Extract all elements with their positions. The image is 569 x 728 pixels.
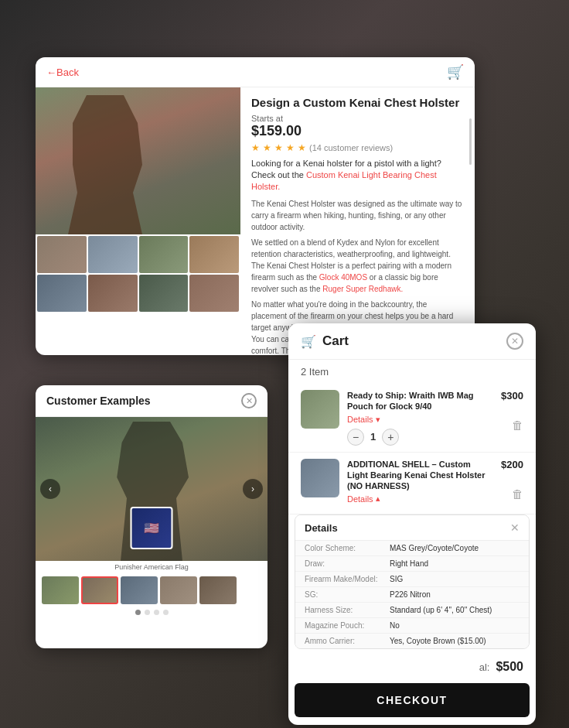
thumb-5[interactable] <box>37 275 87 312</box>
item-2-details-label: Details <box>347 494 373 504</box>
cart-item-1: Ready to Ship: Wraith IWB Mag Pouch for … <box>288 384 536 453</box>
next-example-button[interactable]: › <box>243 479 263 499</box>
details-popup-header: Details ✕ <box>295 515 529 541</box>
item-1-price: $300 <box>501 390 523 402</box>
item-1-qty-row: − 1 + <box>347 429 493 446</box>
detail-val-ammo: Yes, Coyote Brown ($15.00) <box>390 637 520 645</box>
thumbnail-grid <box>36 234 240 313</box>
detail-key-ammo: Ammo Carrier: <box>305 637 390 645</box>
product-info: Design a Custom Kenai Chest Holster Star… <box>240 87 475 355</box>
detail-row-firearm: Firearm Make/Model: SIG <box>295 572 529 587</box>
product-header: ← Back 🛒 <box>36 57 475 87</box>
detail-val-firearm: SIG <box>390 575 520 583</box>
scroll-bar <box>469 118 472 165</box>
dot-4[interactable] <box>163 610 169 615</box>
thumb-3[interactable] <box>139 236 189 273</box>
thumb-7[interactable] <box>139 275 189 312</box>
product-price: $159.00 <box>251 123 464 139</box>
item-2-price: $200 <box>501 459 523 470</box>
ruger-link[interactable]: Ruger Super Redhawk. <box>322 285 403 293</box>
patch-label: Punisher American Flag <box>36 561 267 573</box>
item-2-details: ADDITIONAL SHELL – Custom Light Bearing … <box>347 459 493 508</box>
detail-row-ammo: Ammo Carrier: Yes, Coyote Brown ($15.00) <box>295 634 529 648</box>
back-arrow-icon: ← <box>46 67 56 78</box>
details-popup: Details ✕ Color Scheme: MAS Grey/Coyote/… <box>295 514 530 649</box>
cart-icon: 🛒 <box>301 334 316 349</box>
main-example-image: ‹ › <box>36 417 267 561</box>
product-desc1: The Kenai Chest Holster was designed as … <box>251 198 464 233</box>
total-amount: $500 <box>496 660 523 674</box>
detail-key-color: Color Scheme: <box>305 544 390 552</box>
examples-close-button[interactable]: ✕ <box>241 393 257 408</box>
detail-row-sg: SG: P226 Nitron <box>295 587 529 603</box>
cart-item-count: 2 Item <box>288 360 536 384</box>
thumb-4[interactable] <box>189 236 239 273</box>
review-count[interactable]: (14 customer reviews) <box>309 143 393 152</box>
item-1-details: Ready to Ship: Wraith IWB Mag Pouch for … <box>347 390 493 446</box>
cart-header-icon[interactable]: 🛒 <box>447 63 464 80</box>
item-2-details-link[interactable]: Details ▴ <box>347 494 493 504</box>
details-popup-title: Details <box>305 522 338 534</box>
example-thumb-strip <box>36 573 267 607</box>
total-label: al: <box>479 661 490 673</box>
cart-header: 🛒 Cart ✕ <box>288 323 536 360</box>
item-2-image <box>301 459 339 497</box>
prev-example-button[interactable]: ‹ <box>40 479 60 499</box>
item-1-details-link[interactable]: Details ▾ <box>347 415 493 425</box>
starts-at-label: Starts at <box>251 114 464 123</box>
cart-title: Cart <box>322 333 349 349</box>
examples-header: Customer Examples ✕ <box>36 385 267 417</box>
details-popup-close[interactable]: ✕ <box>510 521 520 534</box>
product-images <box>36 87 240 355</box>
back-link[interactable]: ← Back <box>46 67 79 78</box>
item-1-delete-button[interactable]: 🗑 <box>512 417 523 432</box>
qty-increase-button-1[interactable]: + <box>382 429 399 446</box>
detail-key-mag: Magazine Pouch: <box>305 621 390 630</box>
patch-badge <box>131 507 173 549</box>
glock-link[interactable]: Glock 40MOS <box>319 273 367 282</box>
star-3: ★ <box>274 142 283 153</box>
product-stars: ★ ★ ★ ★ ★ (14 customer reviews) <box>251 142 464 153</box>
example-thumb-4[interactable] <box>160 576 197 604</box>
dot-1[interactable] <box>135 610 141 615</box>
example-thumb-5[interactable] <box>199 576 237 604</box>
product-body: Design a Custom Kenai Chest Holster Star… <box>36 87 475 355</box>
detail-key-harness: Harness Size: <box>305 606 390 614</box>
chevron-down-icon-1: ▾ <box>376 415 380 425</box>
item-1-details-label: Details <box>347 415 373 424</box>
item-1-qty: 1 <box>370 431 376 443</box>
checkout-button[interactable]: CHECKOUT <box>295 683 530 717</box>
detail-row-mag: Magazine Pouch: No <box>295 618 529 634</box>
examples-card: Customer Examples ✕ ‹ › Punisher America… <box>36 385 267 648</box>
cart-item-2: ADDITIONAL SHELL – Custom Light Bearing … <box>288 453 536 515</box>
detail-val-harness: Standard (up 6' 4", 60" Chest) <box>390 606 520 614</box>
dot-3[interactable] <box>154 610 159 615</box>
item-2-right: $200 🗑 <box>501 459 523 501</box>
detail-val-mag: No <box>390 621 520 630</box>
item-1-right: $300 🗑 <box>501 390 523 432</box>
cart-close-button[interactable]: ✕ <box>506 333 523 350</box>
thumb-1[interactable] <box>37 236 87 273</box>
item-1-name: Ready to Ship: Wraith IWB Mag Pouch for … <box>347 390 493 412</box>
detail-val-draw: Right Hand <box>390 559 520 568</box>
example-thumb-1[interactable] <box>42 576 79 604</box>
qty-decrease-button-1[interactable]: − <box>347 429 364 446</box>
thumb-2[interactable] <box>88 236 138 273</box>
detail-key-draw: Draw: <box>305 559 390 568</box>
cart-panel: 🛒 Cart ✕ 2 Item Ready to Ship: Wraith IW… <box>288 323 536 725</box>
star-2: ★ <box>263 142 271 153</box>
detail-key-sg: SG: <box>305 590 390 599</box>
promo-text: Looking for a Kenai holster for a pistol… <box>251 158 464 193</box>
cart-title-row: 🛒 Cart <box>301 333 349 349</box>
dot-2[interactable] <box>145 610 150 615</box>
thumb-6[interactable] <box>88 275 138 312</box>
item-2-delete-button[interactable]: 🗑 <box>512 486 523 501</box>
example-thumb-2[interactable] <box>81 576 118 604</box>
detail-row-draw: Draw: Right Hand <box>295 556 529 572</box>
thumb-8[interactable] <box>189 275 239 312</box>
example-thumb-3[interactable] <box>121 576 158 604</box>
product-card: ← Back 🛒 Design a Custom Kenai Chest Hol… <box>36 57 475 355</box>
detail-val-color: MAS Grey/Coyote/Coyote <box>390 544 520 552</box>
detail-key-firearm: Firearm Make/Model: <box>305 575 390 583</box>
example-dots <box>36 607 267 617</box>
